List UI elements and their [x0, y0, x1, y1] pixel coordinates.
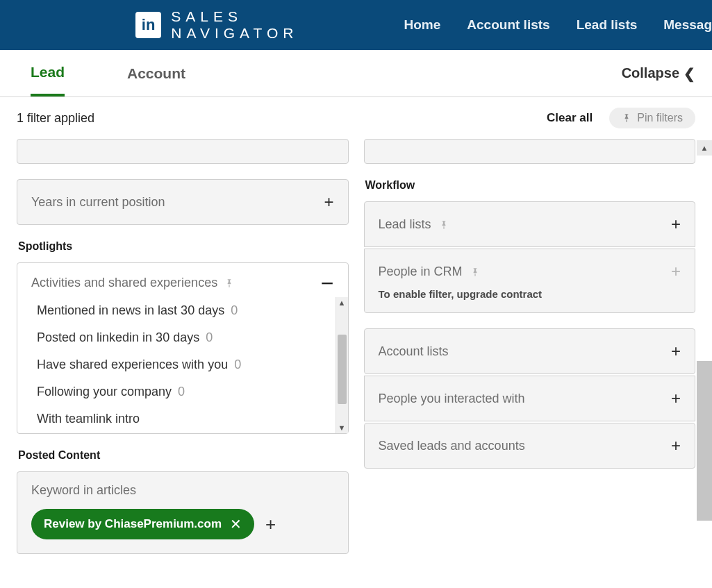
navbar: in SALES NAVIGATOR Home Account lists Le…: [0, 0, 712, 50]
panel-scroll-up-icon[interactable]: ▲: [697, 140, 712, 156]
filter-label: Years in current position: [31, 195, 165, 210]
app-title: SALES NAVIGATOR: [171, 8, 374, 42]
filter-people-crm: People in CRM + To enable filter, upgrad…: [364, 249, 696, 313]
prev-filter-stub-right[interactable]: [364, 139, 696, 164]
plus-icon: +: [671, 215, 681, 234]
filter-people-interacted[interactable]: People you interacted with +: [364, 376, 696, 421]
collapse-label: Collapse: [622, 65, 679, 81]
chevron-left-icon: ❮: [684, 65, 695, 82]
opt-following-company[interactable]: Following your company 0: [37, 378, 342, 405]
nav-links: Home Account lists Lead lists Messag: [404, 17, 712, 33]
opt-teamlink-intro[interactable]: With teamlink intro: [37, 405, 342, 432]
scroll-thumb[interactable]: [338, 335, 347, 404]
filter-lead-lists[interactable]: Lead lists +: [364, 201, 696, 247]
tab-lead[interactable]: Lead: [31, 50, 65, 96]
plus-icon: +: [671, 436, 681, 455]
filter-account-lists[interactable]: Account lists +: [364, 328, 696, 374]
nav-lead-lists[interactable]: Lead lists: [577, 17, 638, 33]
nav-messaging[interactable]: Messag: [663, 17, 712, 33]
filter-label: People you interacted with: [379, 392, 525, 406]
pin-icon: [439, 220, 449, 230]
posted-content-heading: Posted Content: [18, 449, 349, 462]
filter-label: Lead lists: [379, 217, 449, 232]
tab-row: Lead Account Collapse ❮: [0, 50, 712, 97]
option-scrollbar[interactable]: ▲ ▼: [336, 297, 348, 433]
nav-account-lists[interactable]: Account lists: [467, 17, 549, 33]
panel-scroll-thumb[interactable]: [697, 361, 712, 521]
left-column: Years in current position + Spotlights A…: [17, 139, 349, 588]
spotlights-heading: Spotlights: [18, 240, 349, 253]
plus-icon: +: [671, 262, 681, 281]
pin-icon[interactable]: [224, 278, 234, 288]
filter-label: Saved leads and accounts: [379, 439, 525, 453]
pin-icon: [470, 267, 480, 277]
right-column: Workflow Lead lists + People in CRM + To…: [364, 139, 696, 588]
opt-posted-linkedin[interactable]: Posted on linkedin in 30 days 0: [37, 324, 342, 351]
opt-mentioned-news[interactable]: Mentioned in news in last 30 days 0: [37, 297, 342, 324]
activities-option-list: Mentioned in news in last 30 days 0 Post…: [17, 297, 348, 433]
pin-filters-label: Pin filters: [637, 112, 683, 124]
filter-label: Activities and shared experiences: [31, 276, 217, 290]
filter-count: 1 filter applied: [17, 111, 94, 126]
pin-icon: [622, 113, 631, 123]
workflow-heading: Workflow: [365, 179, 696, 192]
linkedin-logo-icon: in: [135, 12, 161, 38]
chip-text: Review by ChiasePremium.com: [44, 517, 222, 531]
add-keyword-icon[interactable]: +: [265, 514, 276, 535]
tab-account[interactable]: Account: [127, 50, 185, 96]
filter-activities-shared: Activities and shared experiences − Ment…: [17, 262, 349, 434]
filter-keyword-articles: Keyword in articles Review by ChiasePrem…: [17, 471, 349, 554]
scroll-down-icon: ▼: [338, 422, 346, 433]
plus-icon: +: [671, 389, 681, 408]
filter-label: People in CRM: [379, 264, 480, 279]
pin-filters-button[interactable]: Pin filters: [609, 108, 695, 128]
main-area: Years in current position + Spotlights A…: [0, 139, 712, 588]
nav-home[interactable]: Home: [404, 17, 441, 33]
plus-icon: +: [324, 192, 333, 212]
filter-label: Keyword in articles: [31, 483, 334, 498]
scroll-up-icon: ▲: [338, 297, 346, 308]
remove-chip-icon[interactable]: ✕: [230, 516, 242, 532]
keyword-chip[interactable]: Review by ChiasePremium.com ✕: [31, 509, 254, 539]
opt-shared-experiences[interactable]: Have shared experiences with you 0: [37, 351, 342, 378]
collapse-icon[interactable]: −: [321, 278, 334, 289]
collapse-button[interactable]: Collapse ❮: [622, 65, 695, 82]
prev-filter-stub[interactable]: [17, 139, 349, 164]
plus-icon: +: [671, 342, 681, 361]
filter-toolbar: 1 filter applied Clear all Pin filters: [0, 97, 712, 139]
crm-upgrade-hint: To enable filter, upgrade contract: [379, 288, 681, 300]
filter-saved-leads-accounts[interactable]: Saved leads and accounts +: [364, 423, 696, 469]
filter-years-current-position[interactable]: Years in current position +: [17, 179, 349, 225]
clear-all-button[interactable]: Clear all: [547, 111, 593, 125]
filter-label: Account lists: [379, 344, 449, 359]
